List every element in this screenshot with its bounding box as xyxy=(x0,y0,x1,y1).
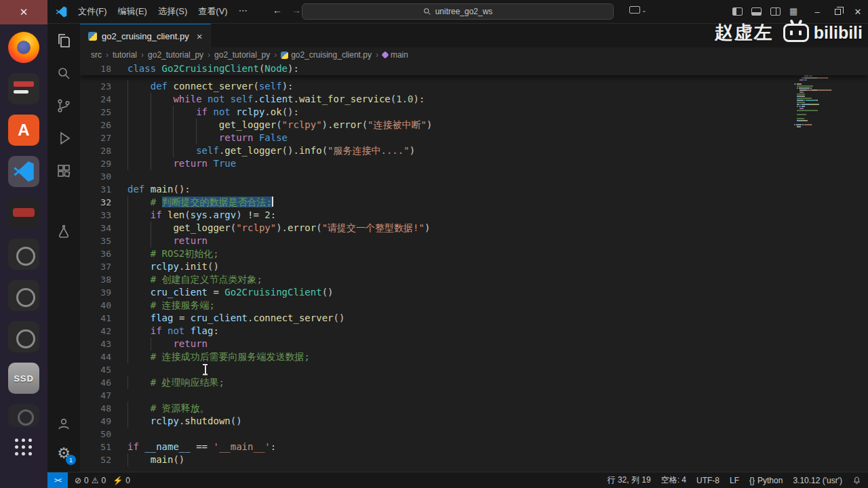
code-line[interactable]: 30 xyxy=(80,170,868,183)
customize-layout-icon[interactable]: ▦ xyxy=(789,7,800,16)
code-line[interactable]: 37 rclpy.init() xyxy=(80,260,868,273)
extensions-icon[interactable] xyxy=(55,162,73,180)
explorer-icon[interactable] xyxy=(55,32,73,49)
code-line[interactable]: 23 def connect_server(self): xyxy=(80,80,868,93)
chevron-right-icon: › xyxy=(274,50,277,60)
run-debug-icon[interactable] xyxy=(55,129,73,147)
language-mode[interactable]: {} Python xyxy=(749,476,783,485)
menu-edit[interactable]: 编辑(E) xyxy=(113,3,153,20)
code-line[interactable]: 41 flag = cru_client.connect_server() xyxy=(80,312,868,325)
code-line[interactable]: 44 # 连接成功后需要向服务端发送数据; xyxy=(80,350,868,363)
tab-go2-cruising-client[interactable]: go2_cruising_client.py × xyxy=(80,24,211,47)
code-line[interactable]: 45 xyxy=(80,363,868,376)
menu-overflow[interactable]: ⋯ xyxy=(233,3,253,20)
chevron-right-icon: › xyxy=(141,50,144,60)
minimap[interactable] xyxy=(792,62,868,472)
code-line[interactable]: 26 get_logger("rclpy").error("连接被中断") xyxy=(80,119,868,131)
code-line[interactable]: 32 # 判断提交的数据是否合法; xyxy=(80,196,868,209)
notifications-bell-icon[interactable] xyxy=(852,476,861,485)
remote-indicator[interactable]: >< xyxy=(47,472,68,488)
search-sidebar-icon[interactable] xyxy=(55,64,73,82)
code-line[interactable]: 51if __name__ == '__main__': xyxy=(80,441,868,453)
ports-indicator[interactable]: ⚡ 0 xyxy=(113,476,130,485)
code-line[interactable]: 36 # ROS2初始化; xyxy=(80,247,868,260)
breadcrumb-file[interactable]: go2_cruising_client.py xyxy=(281,50,372,60)
code-line[interactable]: 39 cru_client = Go2CruisingClient() xyxy=(80,286,868,299)
mouse-ibeam-cursor xyxy=(202,364,208,375)
code-line[interactable]: 31def main(): xyxy=(80,183,868,196)
code-line[interactable]: 42 if not flag: xyxy=(80,325,868,338)
ubuntu-software-icon[interactable]: A xyxy=(8,115,39,146)
cursor-position[interactable]: 行 32, 列 19 xyxy=(608,474,651,486)
command-center-search[interactable]: unitree_go2_ws xyxy=(302,3,614,20)
activity-bar: ⚙ 1 xyxy=(47,24,80,472)
ssd-label: SSD xyxy=(14,373,34,384)
code-line[interactable]: 52 main() xyxy=(80,453,868,466)
breadcrumb-pkg[interactable]: go2_tutorial_py xyxy=(148,50,203,60)
code-line[interactable]: 49 rclpy.shutdown() xyxy=(80,415,868,428)
toggle-secondary-sidebar-icon[interactable] xyxy=(770,7,781,16)
line-number: 50 xyxy=(80,428,111,441)
source-control-icon[interactable] xyxy=(55,97,73,115)
ssd-drive-icon[interactable]: SSD xyxy=(8,363,39,394)
code-line[interactable]: 28 self.get_logger().info("服务连接中....") xyxy=(80,144,868,157)
display-dropdown-icon[interactable]: ⌄ xyxy=(629,6,647,14)
app-icon-placeholder-4[interactable] xyxy=(8,404,39,427)
text-caret xyxy=(272,197,273,207)
eol[interactable]: LF xyxy=(730,476,739,485)
chevron-down-icon: ⌄ xyxy=(642,7,647,14)
code-line[interactable]: 24 while not self.client.wait_for_servic… xyxy=(80,93,868,106)
toggle-panel-icon[interactable] xyxy=(751,7,762,16)
layout-controls: ▦ xyxy=(732,7,800,16)
code-line[interactable]: 29 return True xyxy=(80,157,868,170)
encoding[interactable]: UTF-8 xyxy=(696,476,719,485)
code-line[interactable]: 46 # 处理响应结果; xyxy=(80,376,868,389)
breadcrumb-module[interactable]: go2_tutorial_py xyxy=(214,50,270,60)
menu-file[interactable]: 文件(F) xyxy=(73,3,113,20)
line-number: 18 xyxy=(80,62,111,75)
code-line[interactable]: 33 if len(sys.argv) != 2: xyxy=(80,209,868,222)
breadcrumb-tutorial[interactable]: tutorial xyxy=(113,50,137,60)
dock-close-tile[interactable]: ✕ xyxy=(0,0,47,24)
show-applications-button[interactable] xyxy=(15,439,33,456)
app-icon-editor[interactable] xyxy=(8,73,39,104)
tab-close-icon[interactable]: × xyxy=(197,30,203,42)
app-icon-recorder[interactable] xyxy=(8,197,39,228)
line-number: 35 xyxy=(80,235,111,247)
sticky-scroll-line[interactable]: 18class Go2CruisingClient(Node): xyxy=(80,62,868,75)
code-line[interactable]: 43 return xyxy=(80,338,868,350)
app-icon-placeholder-3[interactable] xyxy=(8,321,39,352)
toggle-sidebar-icon[interactable] xyxy=(732,7,743,16)
menu-view[interactable]: 查看(V) xyxy=(193,3,233,20)
firefox-icon[interactable] xyxy=(8,32,39,63)
code-line[interactable]: 25 if not rclpy.ok(): xyxy=(80,106,868,119)
account-icon[interactable] xyxy=(55,415,73,432)
breadcrumb-src[interactable]: src xyxy=(91,50,102,60)
nav-back-icon[interactable]: ← xyxy=(270,5,285,16)
testing-icon[interactable] xyxy=(55,223,73,241)
breadcrumb-symbol-main[interactable]: main xyxy=(382,50,408,60)
code-line[interactable]: 40 # 连接服务端; xyxy=(80,299,868,312)
menu-selection[interactable]: 选择(S) xyxy=(153,3,193,20)
code-line[interactable]: 48 # 资源释放。 xyxy=(80,402,868,415)
app-icon-placeholder-2[interactable] xyxy=(8,280,39,311)
line-number: 32 xyxy=(80,196,111,209)
python-interpreter[interactable]: 3.10.12 ('usr') xyxy=(793,476,842,485)
code-line[interactable]: 38 # 创建自定义节点类对象; xyxy=(80,273,868,286)
code-line[interactable]: 34 get_logger("rclpy").error("请提交一个整型数据!… xyxy=(80,222,868,235)
line-number: 30 xyxy=(80,170,111,183)
app-icon-placeholder-1[interactable] xyxy=(8,239,39,270)
settings-gear-icon[interactable]: ⚙ 1 xyxy=(55,445,73,462)
indentation[interactable]: 空格: 4 xyxy=(661,474,686,486)
bilibili-tv-icon xyxy=(783,24,809,42)
code-editor[interactable]: 18class Go2CruisingClient(Node):23 def c… xyxy=(80,62,868,472)
code-line[interactable]: 47 xyxy=(80,389,868,402)
line-number: 49 xyxy=(80,415,111,428)
line-number: 31 xyxy=(80,183,111,196)
code-line[interactable]: 50 xyxy=(80,428,868,441)
code-line[interactable]: 27 return False xyxy=(80,131,868,144)
problems-indicator[interactable]: ⊘ 0 ⚠ 0 xyxy=(75,476,106,485)
code-line[interactable]: 35 return xyxy=(80,235,868,247)
line-number: 41 xyxy=(80,312,111,325)
vscode-dock-icon[interactable] xyxy=(8,156,39,187)
